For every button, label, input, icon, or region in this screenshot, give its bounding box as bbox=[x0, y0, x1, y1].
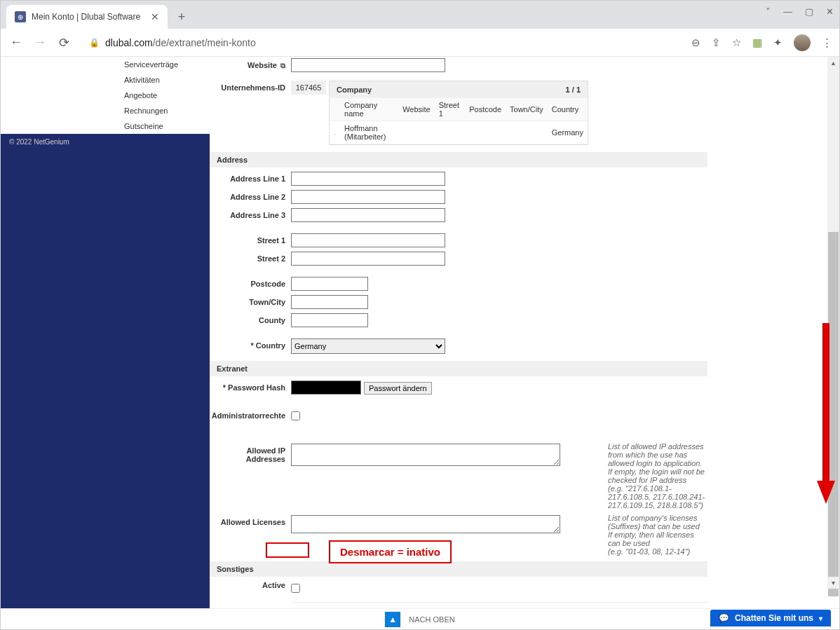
chat-icon: 💬 bbox=[719, 613, 729, 623]
company-table-count: 1 / 1 bbox=[566, 85, 581, 94]
website-input[interactable] bbox=[291, 58, 445, 72]
maximize-icon[interactable]: ▢ bbox=[805, 6, 813, 17]
table-header: Postcode bbox=[465, 98, 506, 121]
county-label: County bbox=[210, 312, 291, 324]
company-table: Company 1 / 1 Company nameWebsiteStreet … bbox=[329, 81, 588, 145]
forward-icon: → bbox=[32, 35, 48, 50]
annotation-box-active bbox=[266, 542, 309, 558]
annotation-text: Desmarcar = inativo bbox=[329, 540, 452, 563]
postcode-input[interactable] bbox=[291, 277, 368, 291]
website-label: Website ⧉ bbox=[210, 57, 291, 70]
table-header: Street 1 bbox=[435, 98, 465, 121]
addr3-input[interactable] bbox=[291, 208, 445, 222]
sidebar: ServiceverträgeAktivitätenAngeboteRechnu… bbox=[1, 57, 210, 610]
addr1-input[interactable] bbox=[291, 172, 445, 186]
star-icon[interactable]: ☆ bbox=[732, 36, 741, 49]
footer-top-label[interactable]: NACH OBEN bbox=[409, 615, 454, 624]
menu-icon[interactable]: ⋮ bbox=[822, 36, 832, 49]
section-other: Sonstiges bbox=[210, 561, 707, 577]
favicon-icon: ⊕ bbox=[15, 11, 26, 22]
address-bar[interactable]: 🔒 dlubal.com/de/extranet/mein-konto bbox=[79, 37, 684, 48]
copyright-text: © 2022 NetGenium bbox=[1, 134, 210, 150]
lock-icon: 🔒 bbox=[89, 38, 100, 48]
addr2-input[interactable] bbox=[291, 190, 445, 204]
chat-label: Chatten Sie mit uns bbox=[735, 613, 813, 623]
puzzle-icon[interactable]: ✦ bbox=[773, 36, 783, 49]
postcode-label: Postcode bbox=[210, 275, 291, 288]
ip-help-text: List of allowed IP addresses from which … bbox=[602, 442, 707, 509]
main-content: Website ⧉ Unternehmens-ID 167465 Company… bbox=[210, 57, 839, 610]
active-label: Active bbox=[210, 580, 291, 589]
street2-input[interactable] bbox=[291, 252, 445, 266]
country-label: * Country bbox=[210, 337, 291, 350]
browser-tab[interactable]: ⊕ Mein Konto | Dlubal Software ✕ bbox=[6, 5, 168, 29]
active-checkbox[interactable] bbox=[291, 584, 300, 593]
url-text: dlubal.com/de/extranet/mein-konto bbox=[105, 37, 256, 48]
annotation-arrow bbox=[815, 323, 836, 505]
section-extranet: Extranet bbox=[210, 361, 707, 376]
sidebar-item[interactable]: Aktivitäten bbox=[1, 72, 210, 88]
sidebar-item[interactable]: Rechnungen bbox=[1, 103, 210, 118]
close-window-icon[interactable]: ✕ bbox=[826, 6, 834, 17]
section-address: Address bbox=[210, 152, 707, 167]
scroll-top-button[interactable]: ▲ bbox=[385, 612, 400, 627]
addr2-label: Address Line 2 bbox=[210, 189, 291, 201]
minimize-icon[interactable]: — bbox=[783, 6, 792, 17]
admin-checkbox[interactable] bbox=[291, 411, 300, 420]
street2-label: Street 2 bbox=[210, 250, 291, 263]
addr1-label: Address Line 1 bbox=[210, 170, 291, 183]
zoom-icon[interactable]: ⊖ bbox=[691, 36, 700, 49]
lic-textarea[interactable] bbox=[291, 515, 560, 533]
street1-label: Street 1 bbox=[210, 232, 291, 245]
table-header: Company name bbox=[340, 98, 398, 121]
sidebar-item[interactable]: Angebote bbox=[1, 88, 210, 103]
chevron-down-icon[interactable]: ˅ bbox=[766, 6, 771, 17]
sidebar-item[interactable]: Serviceverträge bbox=[1, 57, 210, 72]
external-link-icon[interactable]: ⧉ bbox=[280, 62, 285, 69]
company-id-value: 167465 bbox=[291, 81, 326, 95]
admin-label: Administratorrechte bbox=[210, 407, 291, 420]
lic-label: Allowed Licenses bbox=[210, 514, 291, 526]
country-select[interactable]: Germany bbox=[291, 338, 445, 354]
ip-textarea[interactable] bbox=[291, 444, 560, 466]
browser-toolbar: ← → ⟳ 🔒 dlubal.com/de/extranet/mein-kont… bbox=[1, 29, 839, 57]
new-tab-button[interactable]: + bbox=[172, 7, 191, 27]
pw-label: * Password Hash bbox=[210, 379, 291, 392]
scroll-up-icon[interactable]: ▴ bbox=[827, 57, 839, 69]
table-header: Country bbox=[548, 98, 588, 121]
county-input[interactable] bbox=[291, 313, 368, 327]
scroll-down-icon[interactable]: ▾ bbox=[827, 577, 839, 589]
addr3-label: Address Line 3 bbox=[210, 207, 291, 219]
company-id-label: Unternehmens-ID bbox=[210, 79, 291, 92]
chevron-down-icon: ▾ bbox=[819, 615, 822, 622]
back-icon[interactable]: ← bbox=[8, 35, 25, 50]
company-table-title: Company bbox=[337, 85, 372, 94]
chat-button[interactable]: 💬 Chatten Sie mit uns ▾ bbox=[710, 610, 831, 626]
lic-help-text: List of company's licenses (Suffixes) th… bbox=[602, 514, 707, 556]
town-label: Town/City bbox=[210, 294, 291, 306]
sidebar-item[interactable]: Gutscheine bbox=[1, 118, 210, 134]
table-header bbox=[330, 98, 340, 121]
extension-icon[interactable]: ▦ bbox=[752, 36, 762, 49]
street1-input[interactable] bbox=[291, 233, 445, 247]
table-header: Town/City bbox=[506, 98, 548, 121]
change-password-button[interactable]: Passwort ändern bbox=[364, 382, 432, 395]
table-row[interactable]: . Hoffmann (Mitarbeiter) Germany bbox=[330, 121, 588, 144]
ip-label: Allowed IP Addresses bbox=[210, 442, 291, 463]
share-icon[interactable]: ⇪ bbox=[712, 36, 721, 49]
tab-close-icon[interactable]: ✕ bbox=[151, 11, 159, 22]
reload-icon[interactable]: ⟳ bbox=[55, 35, 72, 50]
password-input[interactable] bbox=[291, 381, 361, 395]
svg-marker-1 bbox=[817, 481, 835, 504]
table-header: Website bbox=[398, 98, 435, 121]
profile-avatar[interactable] bbox=[794, 34, 811, 51]
town-input[interactable] bbox=[291, 295, 368, 309]
tab-title: Mein Konto | Dlubal Software bbox=[32, 12, 145, 22]
tab-bar: ⊕ Mein Konto | Dlubal Software ✕ + bbox=[1, 1, 839, 29]
